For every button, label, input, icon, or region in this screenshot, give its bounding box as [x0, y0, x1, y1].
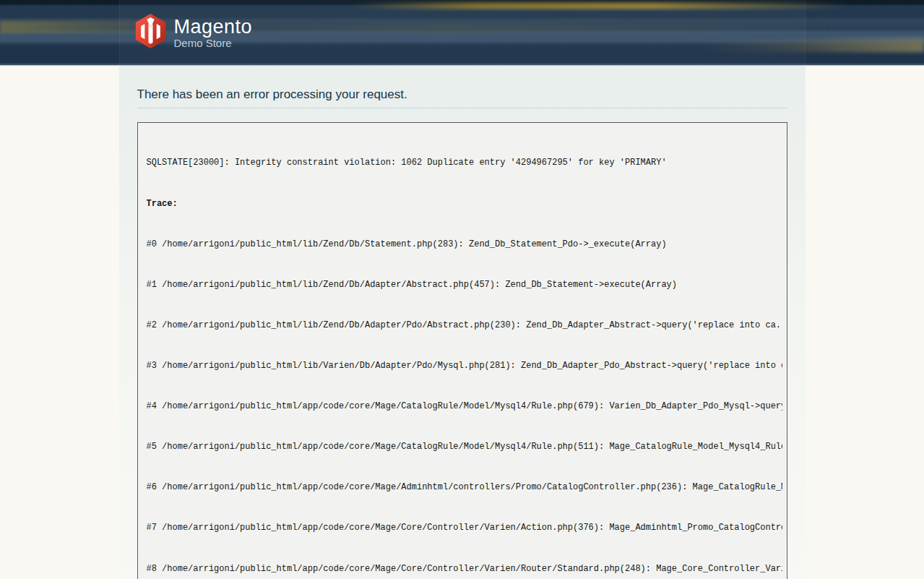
- error-page: Magento Demo Store There has been an err…: [0, 0, 924, 579]
- header-band: Magento Demo Store: [0, 0, 924, 66]
- header-streak: [795, 36, 924, 52]
- trace-line: #8 /home/arrigoni/public_html/app/code/c…: [147, 562, 782, 576]
- trace-line: #0 /home/arrigoni/public_html/lib/Zend/D…: [147, 238, 782, 252]
- error-trace-text: SQLSTATE[23000]: Integrity constraint vi…: [142, 129, 782, 579]
- main-area: There has been an error processing your …: [0, 66, 924, 579]
- trace-label: Trace:: [147, 197, 782, 211]
- trace-line: #2 /home/arrigoni/public_html/lib/Zend/D…: [147, 319, 782, 333]
- brand-text: Magento Demo Store: [174, 17, 253, 49]
- trace-line: #7 /home/arrigoni/public_html/app/code/c…: [147, 521, 782, 535]
- main-column: There has been an error processing your …: [119, 66, 806, 579]
- brand-name: Magento: [174, 17, 253, 37]
- magento-logo-icon: [135, 12, 166, 53]
- trace-line: #1 /home/arrigoni/public_html/lib/Zend/D…: [147, 278, 782, 292]
- page-title: There has been an error processing your …: [137, 87, 787, 108]
- trace-line: #5 /home/arrigoni/public_html/app/code/c…: [147, 440, 782, 454]
- brand-subtitle: Demo Store: [174, 37, 253, 49]
- error-summary: SQLSTATE[23000]: Integrity constraint vi…: [147, 156, 782, 170]
- magento-logo: Magento Demo Store: [135, 12, 253, 53]
- error-trace-box: SQLSTATE[23000]: Integrity constraint vi…: [137, 122, 787, 579]
- trace-line: #4 /home/arrigoni/public_html/app/code/c…: [147, 400, 782, 413]
- header-column: Magento Demo Store: [119, 0, 806, 65]
- trace-line: #6 /home/arrigoni/public_html/app/code/c…: [147, 481, 782, 494]
- trace-line: #3 /home/arrigoni/public_html/lib/Varien…: [147, 359, 782, 373]
